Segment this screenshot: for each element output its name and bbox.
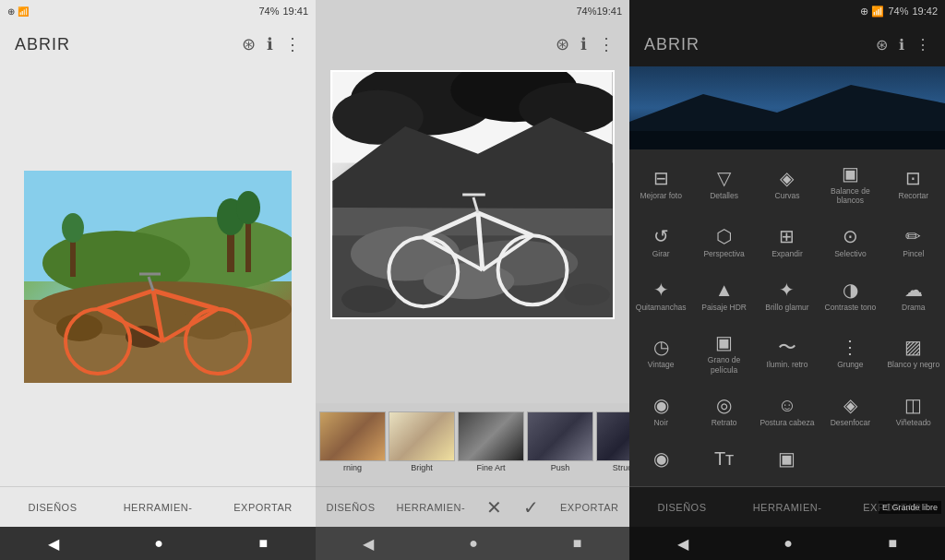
mid-recents-button[interactable]: ■ [573,535,582,552]
mid-tab-disenos[interactable]: DISEÑOS [326,502,375,513]
filter-fineart-thumb [458,411,524,461]
ilumin-retro-icon: 〜 [778,338,796,356]
tool-brillo-glamur[interactable]: ✦ Brillo glamur [756,269,819,323]
right-more-icon[interactable]: ⋮ [915,36,930,54]
left-tab-disenos[interactable]: DISEÑOS [0,491,105,524]
left-battery: 74% [258,6,279,17]
tool-postura-cabeza[interactable]: ☺ Postura cabeza [756,386,819,439]
right-app-bar: ABRIR ⊛ ℹ ⋮ [629,22,945,66]
tool-pincel[interactable]: ✏ Pincel [882,216,945,269]
tool-ilumin-retro[interactable]: 〜 Ilumin. retro [756,323,819,386]
expandir-icon: ⊞ [779,227,795,245]
confirm-button[interactable]: ✓ [523,496,539,518]
tool-paisaje-hdr[interactable]: ▲ Paisaje HDR [692,269,755,323]
curvas-icon: ◈ [780,169,794,187]
mid-tab-herramien[interactable]: HERRAMIEN- [396,502,465,513]
expandir-label: Expandir [772,249,803,258]
right-tab-disenos[interactable]: DISEÑOS [629,502,735,513]
tool-vintage[interactable]: ◷ Vintage [629,323,692,386]
mejorar-foto-icon: ⊟ [653,169,669,187]
vignetted-label: Viñeteado [896,418,931,427]
left-tab-herramien[interactable]: HERRAMIEN- [105,491,210,524]
right-app-bar-icons: ⊛ ℹ ⋮ [876,36,930,54]
tool-blanco-negro[interactable]: ▨ Blanco y negro [882,323,945,386]
right-panel: ⊕ 📶 74% 19:42 ABRIR ⊛ ℹ ⋮ [629,0,945,560]
tool-mejorar-foto[interactable]: ⊟ Mejorar foto [629,153,692,216]
left-tab-exportar[interactable]: EXPORTAR [210,491,316,524]
tool-retrato[interactable]: ◎ Retrato [692,386,755,439]
color-bike-image [24,171,292,383]
girar-label: Girar [652,249,670,258]
tool-grunge[interactable]: ⋮ Grunge [819,323,881,386]
tool-selectivo[interactable]: ⊙ Selectivo [819,216,881,269]
tool-curvas[interactable]: ◈ Curvas [756,153,819,216]
filter-fineart[interactable]: Fine Art [458,411,524,478]
mid-actions-bar: DISEÑOS HERRAMIEN- ✕ ✓ EXPORTAR [316,486,629,527]
tool-grano-pelicula[interactable]: ▣ Grano de película [692,323,755,386]
bw-bike-image [330,70,615,319]
left-back-button[interactable]: ◀ [48,535,59,553]
vintage-label: Vintage [648,360,675,369]
mid-info-icon[interactable]: ℹ [580,34,587,54]
right-layers-icon[interactable]: ⊛ [876,36,888,54]
tool-noir[interactable]: ◉ Noir [629,386,692,439]
tools-grid: ⊟ Mejorar foto ▽ Detalles ◈ Curvas ▣ Bal… [629,149,945,486]
filter-push[interactable]: Push [527,411,593,478]
right-recents-button[interactable]: ■ [889,535,898,552]
svg-point-43 [341,286,396,314]
tool-recortar[interactable]: ⊡ Recortar [882,153,945,216]
tool-vignetted[interactable]: ◫ Viñeteado [882,386,945,439]
mid-layers-icon[interactable]: ⊛ [556,34,569,54]
filter-structure[interactable]: Structure [596,411,629,478]
mid-home-button[interactable]: ● [469,535,478,552]
tool-desenfocar[interactable]: ◈ Desenfocar [819,386,881,439]
left-home-button[interactable]: ● [154,535,163,552]
brillo-glamur-label: Brillo glamur [765,303,808,312]
noir-label: Noir [653,418,668,427]
tool-detalles[interactable]: ▽ Detalles [692,153,755,216]
left-status-bar: ⊕ 📶 74% 19:41 [0,0,316,22]
right-battery: 74% [888,6,908,17]
tool-extra1[interactable]: ◉ [629,438,692,483]
tool-balance-blancos[interactable]: ▣ Balance de blancos [819,153,881,216]
tool-expandir[interactable]: ⊞ Expandir [756,216,819,269]
right-info-icon[interactable]: ℹ [899,36,904,54]
mid-more-icon[interactable]: ⋮ [598,34,615,54]
tool-extra3[interactable]: ▣ [756,438,819,483]
cancel-button[interactable]: ✕ [486,496,502,518]
filter-bright-thumb [389,411,455,461]
right-app-title: ABRIR [644,35,700,54]
svg-point-22 [62,213,84,243]
filter-morning[interactable]: rning [319,411,386,478]
mid-back-button[interactable]: ◀ [363,535,374,553]
tool-girar[interactable]: ↺ Girar [629,216,692,269]
left-status-icon-wifi: 📶 [18,6,29,17]
recortar-icon: ⊡ [905,169,921,187]
filter-bright[interactable]: Bright [389,411,455,478]
left-recents-button[interactable]: ■ [259,535,269,552]
tool-contraste-tono[interactable]: ◑ Contraste tono [819,269,881,323]
right-tab-exportar[interactable]: EXPORTAR [840,502,945,513]
more-icon[interactable]: ⋮ [284,34,301,54]
right-home-button[interactable]: ● [784,535,793,552]
tool-drama[interactable]: ☁ Drama [882,269,945,323]
selectivo-icon: ⊙ [843,227,858,245]
tool-perspectiva[interactable]: ⬡ Perspectiva [692,216,755,269]
right-preview-image [629,66,945,149]
left-bottom-tabs: DISEÑOS HERRAMIEN- EXPORTAR [0,486,316,527]
info-icon[interactable]: ℹ [267,34,273,54]
layers-icon[interactable]: ⊛ [242,34,256,54]
mid-battery: 74% [576,6,596,17]
filter-morning-label: rning [343,463,362,472]
quitamanchas-label: Quitamanchas [636,303,687,312]
right-back-button[interactable]: ◀ [677,535,688,553]
svg-point-20 [236,191,260,224]
paisaje-hdr-label: Paisaje HDR [701,303,747,312]
tool-quitamanchas[interactable]: ✦ Quitamanchas [629,269,692,323]
mid-time: 19:41 [596,6,622,17]
right-tab-herramien[interactable]: HERRAMIEN- [735,502,840,513]
mid-tab-exportar[interactable]: EXPORTAR [560,502,619,513]
vintage-icon: ◷ [653,338,669,356]
brillo-glamur-icon: ✦ [779,280,795,299]
tool-extra2[interactable]: Tт [692,438,755,483]
